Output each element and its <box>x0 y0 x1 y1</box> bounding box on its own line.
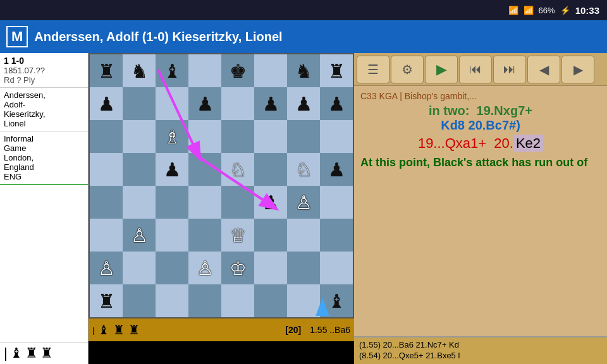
square-h4[interactable] <box>320 186 353 219</box>
square-g7[interactable]: ♟ <box>287 87 320 120</box>
piece-d7: ♟ <box>197 93 214 115</box>
menu-button[interactable]: ☰ <box>357 56 389 83</box>
square-b8[interactable]: ♞ <box>123 54 156 87</box>
square-h5[interactable]: ♟ <box>320 153 353 186</box>
square-a3[interactable] <box>90 219 123 252</box>
piece-c8: ♝ <box>164 60 181 82</box>
opening-line: C33 KGA | Bishop's gambit,... <box>360 91 601 101</box>
piece-g5: ♘ <box>295 159 312 181</box>
square-e2[interactable]: ♔ <box>221 252 254 284</box>
square-h2[interactable] <box>320 252 353 284</box>
square-e5[interactable]: ♘ <box>221 153 254 186</box>
square-a5[interactable] <box>90 153 123 186</box>
square-b5[interactable] <box>123 153 156 186</box>
square-g8[interactable]: ♞ <box>287 54 320 87</box>
next-button[interactable]: ▶ <box>561 56 594 83</box>
square-a7[interactable]: ♟ <box>90 87 123 120</box>
game-rd: Rd ? Ply <box>4 75 84 85</box>
event-location: London, <box>4 153 84 162</box>
square-a1[interactable]: ♜ <box>90 284 123 317</box>
square-e3[interactable]: ♕ <box>221 219 254 252</box>
square-b2[interactable] <box>123 252 156 284</box>
player-white: Anderssen, <box>4 90 84 100</box>
fastforward-icon: ⏭ <box>503 62 516 76</box>
square-c1[interactable] <box>156 284 188 317</box>
bottom-analysis: (1.55) 20...Ba6 21.Nc7+ Kd (8.54) 20...Q… <box>354 336 607 364</box>
rewind-button[interactable]: ⏮ <box>459 56 492 83</box>
menu-icon: ☰ <box>367 62 379 77</box>
square-b1[interactable] <box>123 284 156 317</box>
square-g6[interactable] <box>287 120 320 153</box>
square-d4[interactable] <box>188 186 221 219</box>
square-c5[interactable]: ♟ <box>156 153 188 186</box>
square-f8[interactable] <box>254 54 287 87</box>
square-b3[interactable]: ♙ <box>123 219 156 252</box>
piece-g7: ♟ <box>295 93 312 115</box>
square-g2[interactable] <box>287 252 320 284</box>
square-h8[interactable]: ♜ <box>320 54 353 87</box>
square-c7[interactable] <box>156 87 188 120</box>
square-b4[interactable] <box>123 186 156 219</box>
square-h3[interactable] <box>320 219 353 252</box>
square-e8[interactable]: ♚ <box>221 54 254 87</box>
square-c8[interactable]: ♝ <box>156 54 188 87</box>
square-d8[interactable] <box>188 54 221 87</box>
next-icon: ▶ <box>573 62 583 77</box>
square-f6[interactable] <box>254 120 287 153</box>
square-f2[interactable] <box>254 252 287 284</box>
square-e1[interactable] <box>221 284 254 317</box>
right-panel: ☰ ⚙ ▶ ⏮ ⏭ ◀ ▶ C33 KGA | Bishop's gambit <box>354 53 607 364</box>
square-d6[interactable] <box>188 120 221 153</box>
charging-icon: ⚡ <box>560 6 570 15</box>
square-f7[interactable]: ♟ <box>254 87 287 120</box>
piece-e3: ♕ <box>230 224 247 246</box>
square-e6[interactable] <box>221 120 254 153</box>
square-h6[interactable] <box>320 120 353 153</box>
square-g3[interactable] <box>287 219 320 252</box>
game-title: Anderssen, Adolf (1-0) Kieseritzky, Lion… <box>34 30 282 44</box>
square-c4[interactable] <box>156 186 188 219</box>
square-a4[interactable] <box>90 186 123 219</box>
square-f4[interactable]: ♟ <box>254 186 287 219</box>
commentary-text: At this point, Black's attack has run ou… <box>360 155 601 170</box>
square-c3[interactable] <box>156 219 188 252</box>
square-b7[interactable] <box>123 87 156 120</box>
square-d7[interactable]: ♟ <box>188 87 221 120</box>
square-c2[interactable] <box>156 252 188 284</box>
bottom-piece1: ♝ <box>98 322 109 337</box>
square-a8[interactable]: ♜ <box>90 54 123 87</box>
square-h7[interactable]: ♟ <box>320 87 353 120</box>
settings-button[interactable]: ⚙ <box>391 56 424 83</box>
square-d1[interactable] <box>188 284 221 317</box>
piece-c6: ♗ <box>164 126 181 148</box>
square-g1[interactable] <box>287 284 320 317</box>
sidebar: 1 1-0 1851.07.?? Rd ? Ply Anderssen, Ado… <box>0 53 89 364</box>
prev-icon: ◀ <box>539 62 549 77</box>
prev-button[interactable]: ◀ <box>527 56 560 83</box>
square-f5[interactable] <box>254 153 287 186</box>
play-button[interactable]: ▶ <box>425 56 458 83</box>
piece-g8: ♞ <box>295 60 312 82</box>
square-d2[interactable]: ♙ <box>188 252 221 284</box>
sidebar-piece2: ♝ <box>10 345 23 361</box>
square-h1[interactable]: ♝ <box>320 284 353 317</box>
game-info: 1 1-0 1851.07.?? Rd ? Ply <box>0 53 88 88</box>
chess-board[interactable]: ♜ ♞ ♝ ♚ ♞ ♜ ♟ ♟ ♟ ♟ ♟ ♗ <box>89 53 354 318</box>
square-d5[interactable] <box>188 153 221 186</box>
square-e4[interactable] <box>221 186 254 219</box>
square-b6[interactable] <box>123 120 156 153</box>
square-g5[interactable]: ♘ <box>287 153 320 186</box>
fast-forward-button[interactable]: ⏭ <box>493 56 526 83</box>
square-e7[interactable] <box>221 87 254 120</box>
move-highlight: Ke2 <box>513 135 543 152</box>
event-info: Informal Game London, England ENG <box>0 131 88 185</box>
piece-b8: ♞ <box>131 60 148 82</box>
square-a6[interactable] <box>90 120 123 153</box>
square-a2[interactable]: ♙ <box>90 252 123 284</box>
players-info: Anderssen, Adolf- Kieseritzky, Lionel <box>0 88 88 131</box>
square-d3[interactable] <box>188 219 221 252</box>
square-f1[interactable] <box>254 284 287 317</box>
square-c6[interactable]: ♗ <box>156 120 188 153</box>
square-f3[interactable] <box>254 219 287 252</box>
square-g4[interactable]: ♙ <box>287 186 320 219</box>
